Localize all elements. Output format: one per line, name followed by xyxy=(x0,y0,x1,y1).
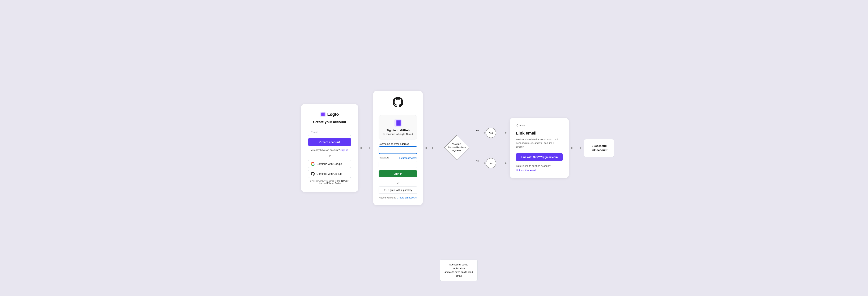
github-octocat-icon xyxy=(393,97,403,107)
flowchart-svg xyxy=(425,122,443,174)
success-link-account-box: Successful link-account xyxy=(584,139,614,157)
privacy-link[interactable]: Privacy Policy xyxy=(327,182,341,184)
back-button[interactable]: Back xyxy=(516,124,563,127)
google-icon xyxy=(311,162,315,166)
github-signin-button[interactable]: Continue with GitHub xyxy=(308,170,351,178)
success-social-text: Successful social registration and auto-… xyxy=(444,263,473,277)
link-another-email-link[interactable]: Link another email xyxy=(516,169,536,172)
github-icon xyxy=(311,172,315,176)
password-label: Password xyxy=(379,156,390,159)
arrow-1 xyxy=(358,146,373,150)
svg-text:Yes / No?: Yes / No? xyxy=(452,143,461,145)
flowchart-area: Yes / No? this email has been registered… xyxy=(423,120,510,176)
svg-text:No: No xyxy=(489,162,492,165)
logto-logo-text: Logto xyxy=(327,112,339,117)
app-name: Logto Cloud xyxy=(399,133,413,135)
create-account-button[interactable]: Create account xyxy=(308,138,351,146)
svg-rect-3 xyxy=(322,113,324,116)
arrow-line-2 xyxy=(570,146,582,150)
svg-marker-25 xyxy=(505,132,507,134)
forgot-password-link[interactable]: Forgot password? xyxy=(399,157,417,159)
github-card-subtitle: to continue to Logto Cloud xyxy=(382,133,413,135)
email-input[interactable] xyxy=(308,129,351,136)
svg-text:this email has been: this email has been xyxy=(448,146,466,149)
github-divider: Or xyxy=(379,182,417,184)
logto-logo-icon xyxy=(320,112,326,117)
svg-marker-27 xyxy=(485,162,486,164)
svg-marker-32 xyxy=(505,162,507,164)
arrow-2 xyxy=(569,146,584,150)
back-chevron-icon xyxy=(516,124,519,127)
svg-point-12 xyxy=(426,147,427,149)
link-email-title: Link email xyxy=(516,131,563,136)
signin-link[interactable]: Sign in xyxy=(340,149,348,152)
svg-marker-20 xyxy=(485,132,486,134)
skip-text: Skip linking to existing account? xyxy=(516,165,563,167)
diamond-svg: Yes / No? this email has been registered xyxy=(443,134,470,161)
terms-text: By continuing, you agree to the Terms of… xyxy=(308,180,351,184)
flow-container: Logto Create your account Create account… xyxy=(301,91,567,205)
svg-marker-6 xyxy=(370,147,371,149)
github-header xyxy=(379,97,417,110)
github-btn-label: Continue with GitHub xyxy=(316,172,342,175)
email-form-group xyxy=(308,129,351,136)
svg-text:registered: registered xyxy=(452,149,462,152)
branches-svg: Yes Yes No No xyxy=(470,120,508,176)
divider: or xyxy=(308,155,351,157)
create-github-account-link[interactable]: Create an account xyxy=(397,196,417,199)
success-link-text: Successful link-account xyxy=(591,144,608,152)
success-social-wrapper: Successful social registration and auto-… xyxy=(440,260,478,281)
username-input[interactable] xyxy=(379,146,417,154)
svg-point-11 xyxy=(385,189,386,190)
svg-point-34 xyxy=(571,147,572,149)
passkey-icon xyxy=(384,189,387,192)
passkey-button[interactable]: Sign in with a passkey xyxy=(379,187,417,193)
svg-marker-14 xyxy=(432,147,434,149)
username-form-group: Username or email address xyxy=(379,142,417,154)
svg-text:Yes: Yes xyxy=(489,132,493,134)
username-label: Username or email address xyxy=(379,142,417,145)
svg-text:No: No xyxy=(476,160,479,162)
divider-text: or xyxy=(329,155,331,157)
svg-text:Yes: Yes xyxy=(476,129,479,132)
password-input[interactable] xyxy=(379,161,417,168)
google-btn-label: Continue with Google xyxy=(316,162,342,165)
svg-marker-36 xyxy=(580,147,582,149)
logto-logo: Logto xyxy=(308,112,351,117)
password-form-group: Password Forgot password? xyxy=(379,156,417,168)
arrow-line-1 xyxy=(360,146,371,150)
logto-brand-icon xyxy=(394,119,402,127)
success-social-box: Successful social registration and auto-… xyxy=(440,260,478,281)
link-email-card: Back Link email We found a related accou… xyxy=(510,118,569,178)
link-email-description: We found a related account which had bee… xyxy=(516,138,563,149)
github-signin-button-main[interactable]: Sign in xyxy=(379,170,417,177)
signin-prompt: Already have an account? Sign in xyxy=(308,149,351,152)
google-signin-button[interactable]: Continue with Google xyxy=(308,160,351,168)
password-row: Password Forgot password? xyxy=(379,156,417,160)
create-account-card: Logto Create your account Create account… xyxy=(301,104,358,192)
github-card-title: Sign in to GitHub xyxy=(382,129,413,132)
github-inner-card: Sign in to GitHub to continue to Logto C… xyxy=(379,115,417,139)
github-signin-card: Sign in to GitHub to continue to Logto C… xyxy=(373,91,423,205)
svg-point-4 xyxy=(360,147,362,149)
github-footer: New to GitHub? Create an account xyxy=(379,193,417,199)
page-title: Create your account xyxy=(308,120,351,124)
link-email-button[interactable]: Link with Silv****@gmail.com xyxy=(516,153,563,161)
svg-rect-10 xyxy=(397,121,400,125)
passkey-btn-label: Sign in with a passkey xyxy=(388,189,412,192)
